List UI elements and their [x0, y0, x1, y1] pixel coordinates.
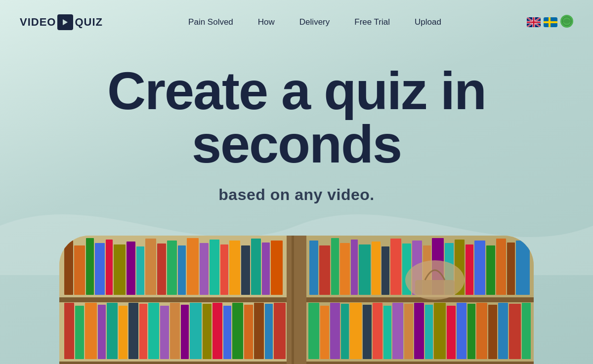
svg-rect-26 — [167, 241, 177, 295]
svg-rect-89 — [414, 303, 424, 359]
svg-rect-45 — [390, 239, 401, 295]
svg-rect-82 — [341, 304, 349, 359]
logo-text-video: VIDEO — [20, 16, 56, 29]
svg-rect-60 — [85, 303, 97, 359]
svg-rect-99 — [522, 303, 531, 359]
svg-rect-38 — [319, 245, 330, 295]
svg-rect-69 — [181, 305, 189, 359]
svg-rect-62 — [107, 303, 118, 359]
svg-rect-10 — [287, 236, 306, 364]
svg-rect-84 — [363, 305, 372, 359]
nav-delivery[interactable]: Delivery — [299, 17, 330, 27]
svg-rect-87 — [392, 303, 403, 359]
svg-rect-65 — [139, 304, 147, 359]
svg-rect-75 — [244, 305, 253, 359]
svg-rect-92 — [447, 306, 456, 359]
svg-rect-21 — [114, 244, 126, 295]
flag-se-icon[interactable] — [544, 17, 557, 27]
svg-rect-17 — [74, 245, 85, 295]
hero-section: Create a quiz in seconds based on any vi… — [0, 0, 593, 364]
svg-rect-96 — [488, 305, 497, 359]
svg-rect-90 — [425, 305, 433, 359]
svg-rect-94 — [467, 304, 475, 359]
svg-rect-25 — [157, 243, 166, 295]
nav-free-trial[interactable]: Free Trial — [354, 17, 390, 27]
svg-rect-97 — [498, 303, 508, 359]
svg-rect-68 — [170, 303, 180, 359]
svg-rect-73 — [223, 306, 231, 359]
svg-rect-44 — [381, 246, 389, 295]
svg-rect-43 — [372, 242, 381, 295]
svg-rect-36 — [271, 241, 283, 295]
svg-rect-29 — [200, 243, 209, 295]
svg-rect-20 — [106, 240, 113, 295]
svg-rect-28 — [187, 238, 199, 295]
svg-marker-0 — [63, 19, 68, 25]
svg-rect-52 — [466, 244, 473, 295]
svg-rect-70 — [190, 303, 202, 359]
svg-rect-14 — [59, 362, 287, 364]
svg-rect-59 — [75, 306, 84, 359]
svg-rect-85 — [373, 303, 382, 359]
svg-rect-41 — [351, 240, 358, 295]
svg-rect-54 — [486, 245, 495, 295]
svg-rect-79 — [308, 303, 319, 359]
svg-rect-30 — [210, 240, 219, 295]
site-header: VIDEO QUIZ Pain Solved How Delivery Free… — [0, 0, 593, 44]
svg-rect-53 — [474, 241, 485, 295]
svg-rect-42 — [359, 244, 371, 295]
svg-rect-63 — [119, 306, 127, 359]
logo-icon — [57, 14, 73, 30]
svg-rect-86 — [383, 306, 391, 359]
svg-rect-58 — [64, 303, 74, 359]
svg-rect-24 — [145, 239, 156, 295]
hero-subtitle: based on any video. — [107, 186, 486, 204]
svg-rect-55 — [496, 239, 506, 295]
language-switcher — [527, 15, 573, 30]
svg-rect-31 — [220, 244, 228, 295]
svg-rect-74 — [232, 303, 243, 359]
svg-rect-23 — [136, 246, 144, 295]
svg-rect-33 — [241, 245, 250, 295]
main-nav: Pain Solved How Delivery Free Trial Uplo… — [188, 17, 441, 27]
hero-title-line2: seconds — [192, 114, 401, 174]
svg-rect-18 — [86, 238, 94, 295]
logo-text-quiz: QUIZ — [75, 16, 103, 29]
svg-rect-83 — [350, 303, 362, 359]
svg-rect-71 — [203, 304, 212, 359]
svg-rect-22 — [127, 242, 135, 295]
nav-pain-solved[interactable]: Pain Solved — [188, 17, 233, 27]
bookshelf-svg — [59, 236, 534, 364]
svg-rect-19 — [95, 243, 105, 295]
hero-title-line1: Create a quiz in — [107, 61, 486, 121]
svg-rect-64 — [128, 303, 138, 359]
svg-rect-80 — [320, 306, 329, 359]
svg-rect-16 — [64, 241, 73, 295]
svg-rect-95 — [476, 303, 487, 359]
flag-uk-icon[interactable] — [527, 17, 541, 27]
svg-rect-57 — [516, 241, 530, 295]
svg-rect-93 — [457, 303, 466, 359]
svg-rect-27 — [178, 245, 186, 295]
svg-rect-13 — [306, 297, 534, 302]
nav-how[interactable]: How — [258, 17, 275, 27]
flag-other-icon[interactable] — [560, 15, 573, 30]
svg-rect-37 — [309, 241, 318, 295]
svg-rect-88 — [404, 304, 413, 359]
svg-rect-76 — [254, 303, 264, 359]
hero-content: Create a quiz in seconds based on any vi… — [107, 64, 486, 204]
svg-rect-101 — [415, 280, 455, 295]
logo[interactable]: VIDEO QUIZ — [20, 14, 103, 30]
svg-rect-67 — [160, 306, 169, 359]
bookshelf-image — [59, 236, 534, 364]
svg-rect-56 — [507, 243, 515, 295]
svg-rect-15 — [306, 362, 534, 364]
svg-rect-39 — [331, 238, 339, 295]
svg-rect-98 — [509, 304, 521, 359]
svg-rect-34 — [251, 239, 261, 295]
svg-rect-66 — [148, 303, 159, 359]
hero-title: Create a quiz in seconds — [107, 64, 486, 171]
svg-rect-81 — [330, 303, 340, 359]
nav-upload[interactable]: Upload — [415, 17, 441, 27]
svg-rect-40 — [340, 243, 350, 295]
